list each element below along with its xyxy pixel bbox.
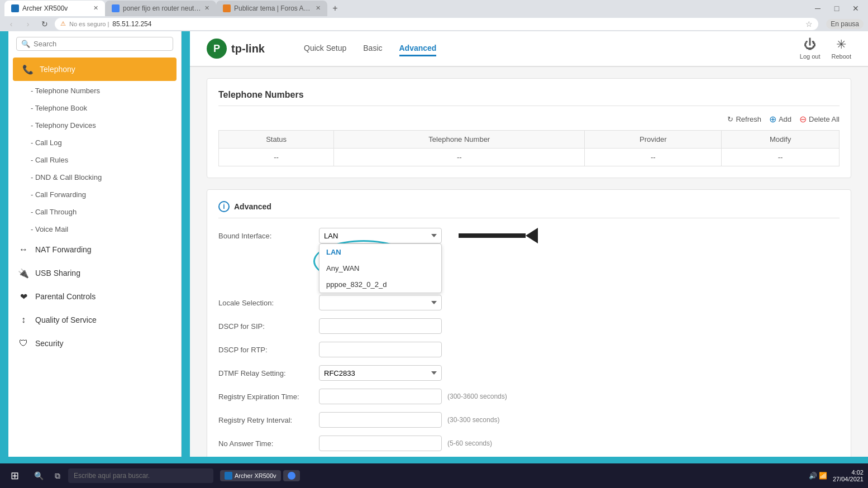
no-answer-row: No Answer Time: 26 (5-60 seconds) [218,435,840,452]
taskbar-right: 🔊 📶 4:02 27/04/2021 [809,469,864,482]
dscp-sip-row: DSCP for SIP: [218,318,840,334]
usb-label: USB Sharing [35,269,80,278]
url-text: 85.51.12.254 [112,20,799,28]
no-answer-input[interactable]: 26 [319,436,442,451]
reboot-button[interactable]: ✳ Reboot [832,37,851,60]
sidebar-sub-call-through[interactable]: - Call Through [8,203,181,221]
no-answer-label: No Answer Time: [218,439,319,448]
table-actions: ↻ Refresh ⊕ Add ⊖ Delete All [218,114,840,125]
browser-profile: En pausa [826,19,864,29]
security-icon: 🛡 [17,337,30,350]
add-label: Add [779,115,791,123]
tp-link-logo: P tp-link [207,39,265,59]
qos-icon: ↕ [17,314,30,326]
parental-icon: ❤ [17,290,30,303]
forward-button[interactable]: › [21,17,35,31]
url-bar-actions: ☆ [805,20,813,28]
add-button[interactable]: ⊕ Add [769,114,791,125]
sidebar-sub-call-rules[interactable]: - Call Rules [8,151,181,169]
sidebar-item-qos[interactable]: ↕ Quality of Service [8,308,181,332]
dropdown-item-lan[interactable]: LAN [319,244,441,260]
delete-all-button[interactable]: ⊖ Delete All [799,114,840,125]
sidebar-sub-telephone-numbers[interactable]: - Telephone Numbers [8,82,181,99]
registry-exp-row: Registry Expiration Time: 3600 (300-3600… [218,388,840,405]
sidebar-bg: 🔍 📞 Telephony - Telephone Numbers - Tele… [0,31,190,457]
sidebar-sub-call-forwarding[interactable]: - Call Forwarding [8,186,181,203]
tab-forum[interactable]: Publicar tema | Foros ADSLZone ✕ [216,1,327,16]
nav-quick-setup[interactable]: Quick Setup [304,41,346,56]
dropdown-menu: LAN Any_WAN pppoe_832_0_2_d [319,243,442,293]
sidebar-item-usb[interactable]: 🔌 USB Sharing [8,261,181,285]
taskbar: ⊞ 🔍 ⧉ Archer XR500v 🔊 📶 4:02 27/04/2021 [0,463,868,488]
no-answer-hint: (5-60 seconds) [447,439,492,447]
bookmark-icon[interactable]: ☆ [805,20,813,28]
sidebar-item-security[interactable]: 🛡 Security [8,332,181,355]
locale-select[interactable] [319,295,442,310]
registry-exp-input[interactable]: 3600 [319,389,442,404]
new-tab-button[interactable]: + [327,1,343,16]
tab-close-archer[interactable]: ✕ [93,4,98,12]
maximize-button[interactable]: □ [829,1,845,16]
tab-close-forum[interactable]: ✕ [316,4,321,12]
search-box[interactable]: 🔍 [16,37,173,51]
nav-advanced[interactable]: Advanced [399,41,437,56]
cell-number: -- [334,149,585,166]
dropdown-item-any-wan[interactable]: Any_WAN [319,260,441,276]
dtmf-select[interactable]: RFC2833 [319,365,442,381]
reload-button[interactable]: ↻ [38,17,51,31]
logout-label: Log out [800,53,821,60]
refresh-label: Refresh [736,115,761,123]
tab-label-forum: Publicar tema | Foros ADSLZone [234,4,312,12]
taskbar-taskview-icon[interactable]: ⧉ [49,467,66,484]
system-tray-icons: 🔊 📶 [809,472,827,480]
tab-google[interactable]: poner fijo en router neutro ora... ✕ [105,1,216,16]
sidebar-sub-telephone-book[interactable]: - Telephone Book [8,99,181,117]
taskbar-app-edge[interactable] [283,470,300,481]
logout-icon: ⏻ [804,37,816,52]
registry-retry-row: Registry Retry Interval: 30 (30-300 seco… [218,412,840,428]
cell-provider: -- [585,149,722,166]
tab-archer[interactable]: Archer XR500v ✕ [4,1,105,16]
delete-icon: ⊖ [799,114,807,125]
qos-label: Quality of Service [35,315,97,324]
start-button[interactable]: ⊞ [4,466,25,486]
refresh-icon: ↻ [727,115,733,123]
col-provider: Provider [585,131,722,149]
col-status: Status [219,131,334,149]
date-display: 27/04/2021 [833,476,864,482]
refresh-button[interactable]: ↻ Refresh [727,114,761,125]
sidebar-item-parental[interactable]: ❤ Parental Controls [8,285,181,308]
url-bar[interactable]: ⚠ No es seguro | 85.51.12.254 ☆ [55,18,818,30]
taskbar-search-icon[interactable]: 🔍 [30,467,47,484]
taskbar-app-browser[interactable]: Archer XR500v [220,470,281,481]
dropdown-item-pppoe[interactable]: pppoe_832_0_2_d [319,276,441,293]
telephony-label: Telephony [40,65,75,74]
sidebar-sub-dnd-call-blocking[interactable]: - DND & Call Blocking [8,169,181,186]
nav-basic[interactable]: Basic [363,41,382,56]
logo-circle: P [207,39,227,59]
taskbar-search-input[interactable] [68,468,213,483]
browser-extras: ─ □ ✕ [810,1,864,16]
minimize-button[interactable]: ─ [810,1,826,16]
dscp-rtp-input[interactable] [319,342,442,357]
sidebar-item-telephony[interactable]: 📞 Telephony [13,58,177,81]
registry-exp-label: Registry Expiration Time: [218,393,319,401]
search-input[interactable] [34,40,168,48]
profile-label[interactable]: En pausa [826,19,864,29]
registry-retry-input[interactable]: 30 [319,412,442,428]
dtmf-label: DTMF Relay Setting: [218,369,319,377]
sidebar-item-nat[interactable]: ↔ NAT Forwarding [8,238,181,261]
back-button[interactable]: ‹ [4,17,18,31]
sidebar-sub-voice-mail[interactable]: - Voice Mail [8,221,181,238]
sidebar-sub-call-log[interactable]: - Call Log [8,134,181,151]
logout-button[interactable]: ⏻ Log out [800,37,821,60]
bound-interface-select[interactable]: LAN Any_WAN pppoe_832_0_2_d [319,228,442,243]
close-button[interactable]: ✕ [848,1,864,16]
sidebar-sub-telephony-devices[interactable]: - Telephony Devices [8,117,181,134]
tab-favicon-google [112,4,120,12]
registry-retry-hint: (30-300 seconds) [447,416,499,424]
dscp-sip-input[interactable] [319,318,442,334]
taskbar-apps: Archer XR500v [220,470,300,481]
bound-interface-select-wrapper: LAN Any_WAN pppoe_832_0_2_d LAN Any_WAN … [319,228,442,243]
tab-close-google[interactable]: ✕ [204,4,209,12]
